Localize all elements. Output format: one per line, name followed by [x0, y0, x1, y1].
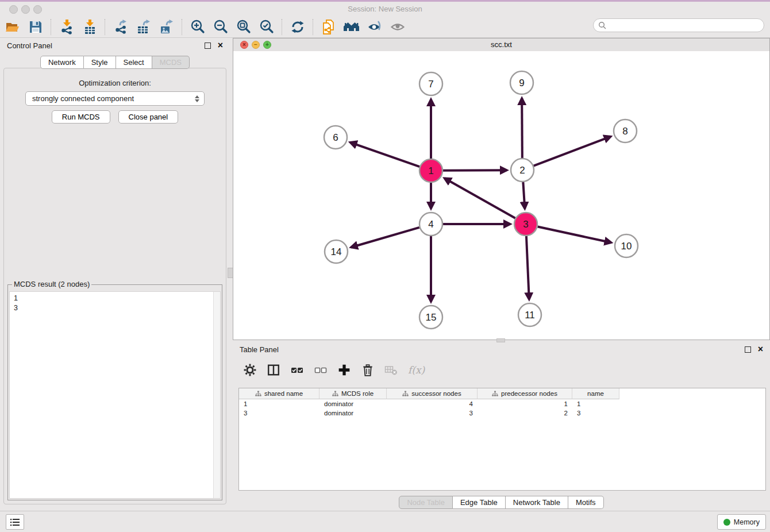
- checked-boxes-icon: [291, 364, 303, 376]
- column-label: MCDS role: [341, 390, 374, 397]
- graph-node-label-8: 8: [622, 126, 627, 137]
- graph-node-label-14: 14: [331, 246, 342, 257]
- graph-node-label-15: 15: [426, 312, 437, 323]
- float-panel-icon[interactable]: [205, 43, 211, 49]
- tab-network[interactable]: Network: [40, 56, 84, 69]
- tab-network-table[interactable]: Network Table: [506, 496, 568, 509]
- function-builder-button[interactable]: f(x): [408, 363, 425, 377]
- tab-select[interactable]: Select: [116, 56, 152, 69]
- export-table-button[interactable]: [132, 18, 155, 36]
- control-panel-tabs: NetworkStyleSelectMCDS: [0, 56, 230, 69]
- eye-slash-icon: [367, 19, 383, 35]
- graph-edge-1-6[interactable]: [350, 142, 419, 167]
- show-all-button[interactable]: [386, 18, 409, 36]
- close-table-panel-icon[interactable]: ×: [758, 346, 763, 352]
- tab-motifs[interactable]: Motifs: [568, 496, 604, 509]
- delete-columns-button[interactable]: [361, 363, 375, 377]
- table-row[interactable]: 3dominator323: [239, 408, 765, 418]
- zoom-out-button[interactable]: [209, 18, 232, 36]
- run-mcds-button[interactable]: Run MCDS: [52, 110, 110, 124]
- cell-shared-name[interactable]: 1: [239, 400, 319, 407]
- column-header-successor-nodes[interactable]: successor nodes: [387, 388, 478, 399]
- export-table-icon: [136, 19, 152, 34]
- cell-successor-nodes[interactable]: 4: [387, 400, 478, 407]
- graph-node-label-3: 3: [523, 219, 528, 230]
- hide-selection-button[interactable]: [363, 18, 386, 36]
- network-graph: 7968124314101511: [233, 51, 769, 340]
- graph-edge-4-14[interactable]: [351, 228, 419, 248]
- table-row[interactable]: 1dominator411: [239, 399, 765, 408]
- mcds-result-list[interactable]: 1 3: [14, 294, 212, 497]
- search-icon: [598, 21, 606, 29]
- column-header-predecessor-nodes[interactable]: predecessor nodes: [478, 388, 572, 399]
- table-panel-title: Table Panel: [240, 345, 279, 354]
- graph-edge-3-10[interactable]: [538, 226, 611, 242]
- table-panel-tabs: Node TableEdge TableNetwork TableMotifs: [233, 496, 770, 509]
- column-header-mcds-role[interactable]: MCDS role: [319, 388, 387, 399]
- cell-successor-nodes[interactable]: 3: [387, 410, 478, 417]
- import-network-button[interactable]: [55, 18, 78, 36]
- column-header-shared-name[interactable]: shared name: [239, 388, 319, 399]
- criterion-dropdown[interactable]: strongly connected component: [25, 91, 205, 106]
- network-from-document-button[interactable]: [317, 18, 340, 36]
- zoom-in-button[interactable]: [186, 18, 209, 36]
- column-header-name[interactable]: name: [572, 388, 619, 399]
- hierarchy-icon: [402, 391, 409, 397]
- graph-edge-1-2[interactable]: [443, 170, 507, 171]
- tab-node-table[interactable]: Node Table: [399, 496, 453, 509]
- save-session-button[interactable]: [24, 18, 47, 36]
- cell-predecessor-nodes[interactable]: 2: [478, 410, 572, 417]
- add-column-button[interactable]: [337, 363, 351, 377]
- search-box: [593, 18, 764, 32]
- dropdown-stepper-icon: [195, 95, 199, 102]
- criterion-dropdown-value: strongly connected component: [32, 94, 134, 103]
- float-table-panel-icon[interactable]: [745, 346, 751, 353]
- tab-mcds[interactable]: MCDS: [152, 56, 190, 69]
- optimization-criterion-label: Optimization criterion:: [4, 79, 226, 87]
- hierarchy-icon: [492, 391, 498, 397]
- select-all-columns-button[interactable]: [290, 363, 304, 377]
- home-network-button[interactable]: [340, 18, 363, 36]
- zoom-fit-button[interactable]: [232, 18, 255, 36]
- zoom-selected-icon: [259, 19, 275, 34]
- node-table[interactable]: shared nameMCDS rolesuccessor nodesprede…: [238, 388, 766, 491]
- cell-shared-name[interactable]: 3: [239, 410, 319, 417]
- table-settings-button[interactable]: [243, 363, 257, 377]
- graph-edge-3-1[interactable]: [445, 178, 515, 218]
- tab-edge-table[interactable]: Edge Table: [453, 496, 506, 509]
- cell-name[interactable]: 1: [572, 400, 619, 407]
- node-table-body: 1dominator4113dominator323: [239, 399, 765, 418]
- close-panel-button[interactable]: Close panel: [118, 110, 179, 124]
- tab-style[interactable]: Style: [84, 56, 116, 69]
- open-session-button[interactable]: [1, 18, 24, 36]
- refresh-icon: [290, 20, 305, 34]
- cell-mcds-role[interactable]: dominator: [319, 400, 387, 407]
- zoom-in-icon: [190, 19, 206, 34]
- close-panel-icon[interactable]: ×: [218, 43, 223, 48]
- refresh-layout-button[interactable]: [286, 18, 309, 36]
- unselect-all-columns-button[interactable]: [314, 363, 328, 377]
- graph-edge-2-8[interactable]: [534, 137, 611, 166]
- memory-button[interactable]: Memory: [717, 514, 766, 530]
- export-image-button[interactable]: [155, 18, 178, 36]
- graph-edge-2-9[interactable]: [522, 98, 522, 158]
- search-input[interactable]: [606, 21, 752, 30]
- network-window-titlebar[interactable]: × − + scc.txt: [233, 38, 769, 52]
- delete-table-button[interactable]: [384, 363, 398, 377]
- columns-icon: [267, 364, 280, 376]
- graph-edge-3-11[interactable]: [526, 236, 529, 299]
- cell-mcds-role[interactable]: dominator: [319, 410, 387, 417]
- zoom-selected-button[interactable]: [255, 18, 278, 36]
- export-network-button[interactable]: [109, 18, 132, 36]
- result-scrollbar[interactable]: [213, 292, 220, 498]
- import-table-button[interactable]: [78, 18, 101, 36]
- graph-node-label-6: 6: [333, 132, 338, 143]
- show-columns-button[interactable]: [267, 363, 280, 377]
- network-canvas[interactable]: 7968124314101511: [233, 51, 769, 340]
- graph-edge-2-3[interactable]: [523, 182, 525, 209]
- cell-name[interactable]: 3: [572, 410, 619, 417]
- toolbar-separator: [182, 19, 183, 35]
- cell-predecessor-nodes[interactable]: 1: [478, 400, 572, 407]
- save-icon: [29, 20, 43, 34]
- task-history-button[interactable]: [6, 514, 24, 530]
